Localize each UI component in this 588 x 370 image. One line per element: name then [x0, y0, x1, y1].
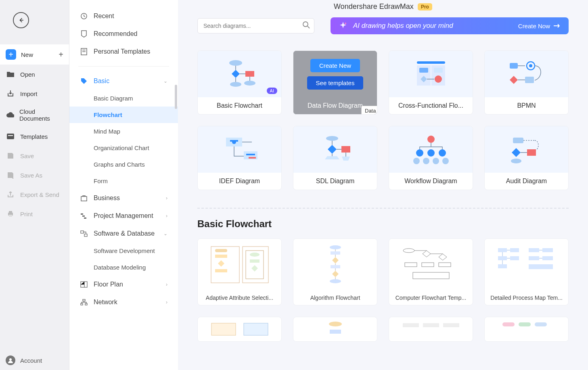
card-sdl-diagram[interactable]: SDL Diagram — [293, 126, 377, 190]
nav-label: Import — [20, 90, 38, 97]
cat-software-database[interactable]: Software & Database ⌄ — [69, 225, 178, 242]
template-card[interactable]: Adaptive Attribute Selecti... — [197, 238, 282, 305]
template-preview — [293, 317, 377, 341]
cat-recommended[interactable]: Recommended — [69, 25, 178, 43]
nav-account[interactable]: Account — [0, 351, 69, 370]
project-icon — [80, 212, 88, 220]
cat-label: Basic — [94, 77, 109, 85]
template-grid: Adaptive Attribute Selecti... Algorithm … — [197, 238, 569, 305]
ai-create-now[interactable]: Create Now — [518, 23, 561, 29]
svg-point-43 — [427, 149, 435, 157]
nav-label: New — [21, 51, 33, 58]
sub-mind-map[interactable]: Mind Map — [69, 123, 178, 140]
sub-basic-diagram[interactable]: Basic Diagram — [69, 90, 178, 107]
svg-rect-85 — [443, 323, 459, 327]
cat-basic[interactable]: Basic ⌄ — [69, 72, 178, 90]
svg-point-47 — [433, 158, 439, 164]
badge-icon — [80, 30, 88, 38]
svg-rect-65 — [405, 263, 417, 267]
sub-form[interactable]: Form — [69, 173, 178, 189]
nav-label: Save — [20, 153, 34, 159]
svg-rect-68 — [413, 272, 449, 279]
svg-rect-87 — [519, 322, 531, 326]
network-icon — [80, 298, 88, 306]
template-icon — [80, 48, 88, 56]
template-card[interactable] — [197, 317, 282, 342]
template-card[interactable]: Detailed Process Map Tem... — [484, 238, 569, 305]
scrollbar-thumb[interactable] — [175, 85, 177, 109]
sub-graphs-charts[interactable]: Graphs and Charts — [69, 156, 178, 173]
card-preview — [485, 126, 568, 173]
svg-rect-32 — [525, 77, 534, 83]
svg-rect-88 — [535, 322, 547, 326]
tag-icon — [80, 77, 88, 85]
cat-network[interactable]: Network › — [69, 293, 178, 311]
template-preview — [198, 317, 281, 341]
nav-cloud-documents[interactable]: Cloud Documents — [0, 103, 69, 127]
svg-point-22 — [230, 82, 241, 87]
search-input[interactable] — [197, 18, 314, 33]
sub-organizational-chart[interactable]: Organizational Chart — [69, 140, 178, 156]
nav-export-send: Export & Send — [0, 185, 69, 204]
cat-personal-templates[interactable]: Personal Templates — [69, 43, 178, 61]
template-preview — [485, 317, 568, 341]
template-card[interactable] — [484, 317, 569, 342]
search-icon[interactable] — [302, 21, 310, 31]
svg-rect-1 — [8, 135, 13, 136]
template-card[interactable] — [389, 317, 473, 342]
svg-rect-38 — [249, 157, 256, 159]
section-divider — [197, 208, 569, 209]
card-workflow-diagram[interactable]: Workflow Diagram — [389, 126, 473, 190]
nav-import[interactable]: Import — [0, 84, 69, 103]
see-templates-button[interactable]: See templates — [307, 76, 364, 90]
cat-business[interactable]: Business › — [69, 189, 178, 207]
svg-rect-3 — [9, 211, 12, 213]
card-bpmn[interactable]: BPMN — [484, 50, 569, 115]
template-card[interactable]: Computer Flowchart Temp... — [389, 238, 473, 305]
card-cross-functional-flowchart[interactable]: Cross-Functional Flo... — [389, 50, 473, 115]
card-label: BPMN — [485, 97, 568, 114]
card-idef-diagram[interactable]: IDEF Diagram — [197, 126, 282, 190]
svg-point-18 — [303, 22, 308, 27]
flowchart-thumb-icon — [397, 242, 465, 287]
card-preview: AI — [198, 51, 281, 97]
card-audit-diagram[interactable]: Audit Diagram — [484, 126, 569, 190]
cat-recent[interactable]: Recent — [69, 7, 178, 25]
create-new-button[interactable]: Create New — [310, 59, 360, 72]
svg-rect-10 — [82, 215, 85, 217]
ai-banner[interactable]: AI drawing helps open your mind Create N… — [331, 17, 569, 34]
template-label: Computer Flowchart Temp... — [389, 291, 473, 305]
nav-templates[interactable]: Templates — [0, 127, 69, 146]
nav-open[interactable]: Open — [0, 65, 69, 84]
cat-project-management[interactable]: Project Management › — [69, 207, 178, 225]
diagram-type-grid: AI Basic Flowchart Create New See templa… — [197, 50, 569, 190]
template-card[interactable]: Algorithm Flowchart — [293, 238, 377, 305]
folder-icon — [6, 69, 15, 79]
floorplan-icon — [80, 280, 88, 288]
sub-flowchart[interactable]: Flowchart — [69, 107, 178, 123]
sub-software-development[interactable]: Software Development — [69, 242, 178, 259]
nav-label: Open — [20, 71, 35, 78]
svg-rect-76 — [529, 256, 539, 260]
export-icon — [6, 190, 15, 199]
svg-rect-59 — [250, 259, 259, 263]
nav-label: Save As — [20, 172, 42, 179]
sub-database-modeling[interactable]: Database Modeling — [69, 259, 178, 276]
import-icon — [6, 89, 15, 98]
back-button[interactable] — [13, 12, 29, 28]
svg-rect-62 — [331, 265, 340, 268]
svg-rect-55 — [215, 255, 227, 258]
nav-new[interactable]: + New + — [0, 44, 69, 65]
svg-point-58 — [250, 253, 259, 257]
sdl-icon — [311, 134, 360, 166]
svg-point-42 — [416, 149, 423, 157]
idef-icon — [216, 134, 264, 166]
cat-floor-plan[interactable]: Floor Plan › — [69, 276, 178, 293]
svg-rect-80 — [244, 323, 268, 335]
card-basic-flowchart[interactable]: AI Basic Flowchart — [197, 50, 282, 115]
card-data-flow-diagram[interactable]: Create New See templates Data Flow Diagr… — [293, 50, 377, 115]
cloud-icon — [6, 110, 15, 120]
account-icon — [6, 355, 15, 365]
svg-rect-86 — [502, 322, 515, 326]
template-card[interactable] — [293, 317, 377, 342]
